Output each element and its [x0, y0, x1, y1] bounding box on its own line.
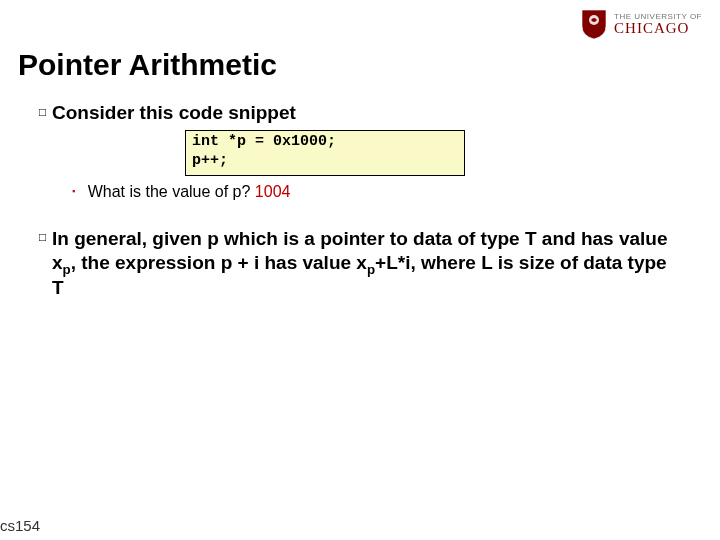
- footer-course: cs154: [0, 517, 40, 534]
- square-bullet-icon: ▪: [72, 186, 75, 196]
- code-snippet: int *p = 0x1000; p++;: [185, 130, 465, 176]
- bullet-consider-text: Consider this code snippet: [52, 102, 296, 123]
- sub-bullet-value: ▪ What is the value of p? 1004: [72, 183, 290, 201]
- university-logo: THE UNIVERSITY OF CHICAGO: [580, 8, 702, 40]
- bullet-general: In general, given p which is a pointer t…: [42, 227, 678, 300]
- logo-bottom-text: CHICAGO: [614, 21, 702, 36]
- b2-sub2: p: [367, 262, 375, 277]
- sub-question: What is the value of p?: [88, 183, 255, 200]
- slide-title: Pointer Arithmetic: [18, 48, 277, 82]
- bullet-consider: Consider this code snippet: [42, 102, 296, 124]
- b2-mid: , the expression p + i has value x: [71, 252, 367, 273]
- shield-icon: [580, 8, 608, 40]
- sub-answer: 1004: [255, 183, 291, 200]
- b2-sub1: p: [63, 262, 71, 277]
